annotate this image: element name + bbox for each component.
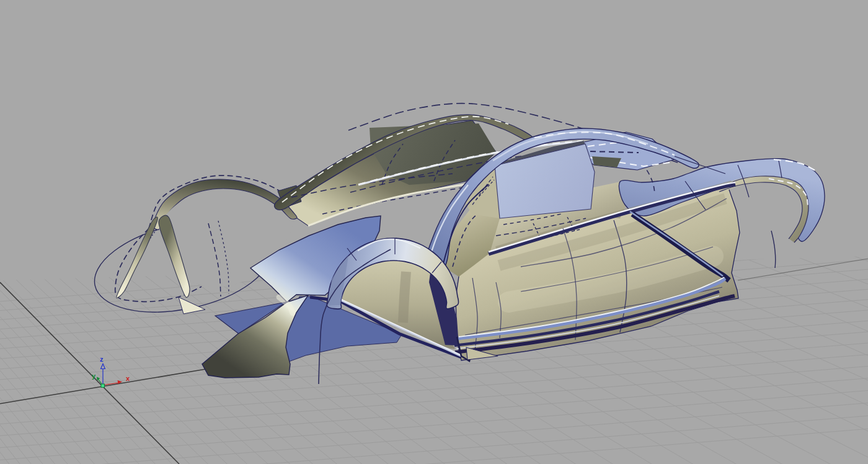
svg-text:y: y	[92, 372, 96, 380]
svg-text:z: z	[100, 355, 104, 363]
svg-text:x: x	[126, 375, 130, 382]
